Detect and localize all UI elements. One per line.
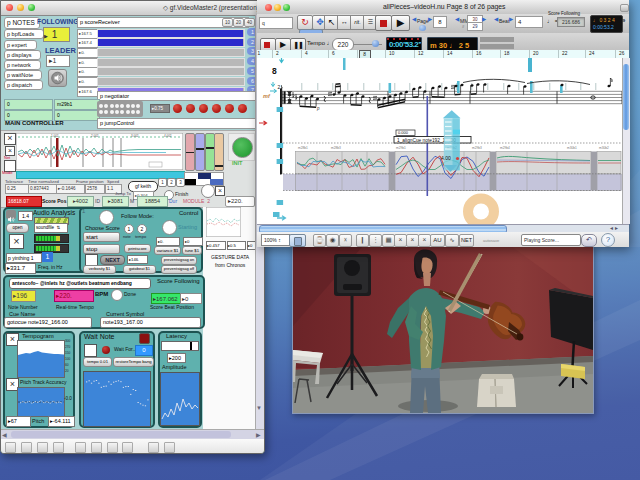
svg-text:mf: mf: [263, 93, 271, 99]
svg-text:p: p: [316, 106, 320, 111]
svg-text:4.00: 4.00: [441, 155, 451, 161]
svg-text:3.002: 3.002: [131, 133, 139, 137]
svg-text:1.002: 1.002: [51, 133, 59, 137]
svg-text:m29b4: m29b4: [500, 146, 510, 150]
svg-text:4.002: 4.002: [164, 133, 172, 137]
svg-text:m28b1: m28b1: [298, 146, 308, 150]
svg-text:m30b2: m30b2: [599, 146, 609, 150]
svg-text:m30b1: m30b1: [567, 146, 577, 150]
svg-text:8: 8: [272, 66, 277, 76]
svg-text:m29b1: m29b1: [396, 146, 406, 150]
svg-text:2.002: 2.002: [91, 133, 99, 137]
svg-text:0.000: 0.000: [398, 130, 409, 135]
svg-text:2: 2: [278, 84, 281, 90]
svg-text:m29b3: m29b3: [472, 146, 482, 150]
svg-text:m28b3: m28b3: [331, 146, 341, 150]
